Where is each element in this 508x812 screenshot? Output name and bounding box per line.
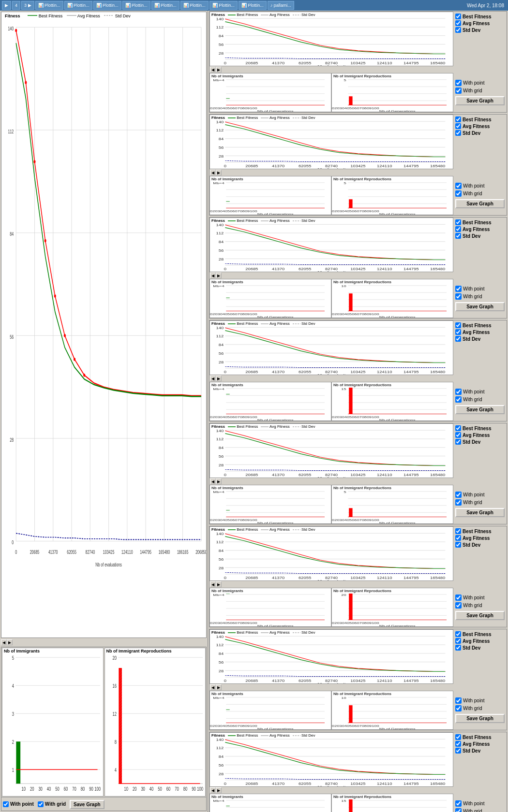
- taskbar-app-3[interactable]: 📊 Plottin...: [93, 1, 121, 10]
- scroll-right-arrow[interactable]: ▶: [7, 639, 13, 645]
- block-2-immigrants-charts: Nb of Immigrants Mb=4 102030405060708091…: [209, 176, 453, 215]
- block-8-scroll-left[interactable]: ◀: [210, 787, 216, 793]
- block-2-scroll-left[interactable]: ◀: [210, 170, 216, 175]
- block-2-avg-fitness-cb[interactable]: [455, 123, 461, 129]
- block-3-with-point-cb[interactable]: [455, 286, 462, 292]
- block-7-with-point-cb[interactable]: [455, 697, 462, 704]
- block-6-std-dev-cb[interactable]: [455, 542, 461, 548]
- block-3-avg-fitness-cb[interactable]: [455, 226, 461, 232]
- block-8-best-fitness-cb[interactable]: [455, 734, 461, 740]
- scroll-left-arrow[interactable]: ◀: [1, 639, 7, 645]
- block-7-nb-reproductions-graph: 10 10203040506070809100 Nb of Generation…: [332, 696, 453, 729]
- block-4-with-grid-cb[interactable]: [455, 396, 462, 403]
- block-8-with-point-cb[interactable]: [455, 800, 462, 807]
- left-save-btn[interactable]: Save Graph: [70, 800, 105, 809]
- block-1-scroll-left[interactable]: ◀: [210, 67, 216, 72]
- block-3-scroll-right[interactable]: ▶: [216, 273, 222, 278]
- block-1-with-grid-cb[interactable]: [455, 87, 462, 94]
- block-7-avg-fitness-row: Avg Fitness: [455, 638, 505, 644]
- block-6-with-point-cb[interactable]: [455, 594, 462, 601]
- block-1-avg-fitness-cb[interactable]: [455, 20, 461, 26]
- block-2-scroll-right[interactable]: ▶: [216, 170, 222, 175]
- block-6-immigrants-charts: Nb of Immigrants Mb=4 102030405060708091…: [209, 588, 453, 627]
- block-7-save-btn[interactable]: Save Graph: [455, 714, 505, 723]
- block-1-scroll-right[interactable]: ▶: [216, 67, 222, 72]
- block-3-nb-reproductions: Nb of Immigrant Reproductions 10 1020304…: [331, 279, 453, 318]
- nb-reproductions-title: Nb of Immigrant Reproductions: [105, 648, 206, 654]
- block-1-best-fitness-cb[interactable]: [455, 14, 461, 19]
- block-6-with-point-row: With point: [455, 594, 505, 601]
- block-4-save-btn[interactable]: Save Graph: [455, 405, 505, 414]
- block-1-std-dev-cb[interactable]: [455, 27, 461, 33]
- nb-reproductions-svg: 20 16 12 8 4: [105, 654, 206, 794]
- block-5-std-dev-cb[interactable]: [455, 439, 461, 445]
- taskbar-btn-1[interactable]: 4: [12, 1, 20, 10]
- block-7-scroll-right[interactable]: ▶: [216, 684, 222, 690]
- svg-text:56: 56: [219, 661, 224, 664]
- block-6-with-grid-cb[interactable]: [455, 602, 462, 609]
- block-8-fitness-label: Fitness: [211, 733, 225, 738]
- block-4-scroll-right[interactable]: ▶: [216, 376, 222, 381]
- block-5-best-fitness-cb[interactable]: [455, 425, 461, 431]
- left-with-point-cb[interactable]: [3, 801, 9, 807]
- taskbar-app-4[interactable]: 📊 Plottin...: [122, 1, 150, 10]
- block-8-with-grid-cb[interactable]: [455, 808, 462, 812]
- block-3-best-fitness-label: Best Fitness: [463, 220, 491, 225]
- taskbar-app-6[interactable]: 📊 Plottin...: [180, 1, 209, 10]
- block-8-std-dev-cb[interactable]: [455, 748, 461, 754]
- block-5-scroll-right[interactable]: ▶: [216, 478, 222, 484]
- block-6-best-fitness-cb[interactable]: [455, 528, 461, 534]
- block-7-std-dev-cb[interactable]: [455, 645, 461, 651]
- block-2-best-fitness-cb[interactable]: [455, 116, 461, 122]
- block-8-scroll-right[interactable]: ▶: [216, 787, 222, 793]
- taskbar-app-1[interactable]: 📊 Plottin...: [35, 1, 63, 10]
- left-with-grid-cb[interactable]: [38, 801, 44, 807]
- block-6-scroll-left[interactable]: ◀: [210, 581, 216, 587]
- block-4-std-dev-cb[interactable]: [455, 336, 461, 342]
- block-8-nb-reproductions-title: Nb of Immigrant Reproductions: [332, 794, 453, 799]
- block-8-with-point-row: With point: [455, 800, 505, 807]
- taskbar-btn-start[interactable]: ▶: [2, 1, 11, 10]
- taskbar-app-8[interactable]: 📊 Plottin...: [239, 1, 267, 10]
- svg-text:Nb of evaluations: Nb of evaluations: [318, 271, 353, 272]
- block-4-scroll-left[interactable]: ◀: [210, 376, 216, 381]
- block-6-save-btn[interactable]: Save Graph: [455, 611, 505, 620]
- block-2-save-btn[interactable]: Save Graph: [455, 199, 505, 208]
- block-4-with-point-cb[interactable]: [455, 389, 462, 395]
- taskbar-btn-2[interactable]: 3 ▶: [21, 1, 34, 10]
- block-3-std-dev-cb[interactable]: [455, 233, 461, 239]
- taskbar-app-2[interactable]: 📊 Plottin...: [64, 1, 92, 10]
- block-6-scroll-right[interactable]: ▶: [216, 581, 222, 587]
- block-3-scroll-left[interactable]: ◀: [210, 273, 216, 278]
- block-6-avg-fitness-cb[interactable]: [455, 535, 461, 541]
- block-8-avg-fitness-cb[interactable]: [455, 741, 461, 747]
- block-6-nb-immigrants-title: Nb of Immigrants: [210, 588, 331, 594]
- taskbar-app-5[interactable]: 📊 Plottin...: [151, 1, 179, 10]
- block-1-best-fitness-row: Best Fitness: [455, 14, 505, 19]
- block-7-scroll-left[interactable]: ◀: [210, 684, 216, 690]
- block-4-best-fitness-cb[interactable]: [455, 322, 461, 328]
- block-4-avg-fitness-cb[interactable]: [455, 329, 461, 335]
- block-5-with-grid-cb[interactable]: [455, 499, 462, 506]
- block-1-std-dev-row: Std Dev: [455, 27, 505, 33]
- svg-text:112: 112: [216, 129, 224, 132]
- block-7-best-fitness-cb[interactable]: [455, 631, 461, 637]
- block-2-std-dev-cb[interactable]: [455, 130, 461, 136]
- taskbar-app-7[interactable]: 📊 Plottin...: [209, 1, 238, 10]
- block-5-with-point-cb[interactable]: [455, 492, 462, 498]
- block-1-with-point-cb[interactable]: [455, 80, 462, 86]
- block-3-save-btn[interactable]: Save Graph: [455, 302, 505, 311]
- taskbar-app-9[interactable]: ♪ pallami...: [268, 1, 294, 10]
- block-3-with-grid-cb[interactable]: [455, 293, 462, 300]
- block-3-best-fitness-cb[interactable]: [455, 219, 461, 225]
- block-2-with-point-cb[interactable]: [455, 183, 462, 189]
- block-5-scroll-left[interactable]: ◀: [210, 478, 216, 484]
- block-4-best-fitness-label: Best Fitness: [463, 323, 491, 328]
- block-7-with-grid-cb[interactable]: [455, 705, 462, 711]
- block-5-avg-fitness-cb[interactable]: [455, 432, 461, 438]
- block-8-with-grid-label: With grid: [463, 809, 482, 812]
- block-1-save-btn[interactable]: Save Graph: [455, 96, 505, 105]
- block-7-avg-fitness-cb[interactable]: [455, 638, 461, 644]
- block-5-save-btn[interactable]: Save Graph: [455, 508, 505, 517]
- block-2-with-grid-cb[interactable]: [455, 190, 462, 197]
